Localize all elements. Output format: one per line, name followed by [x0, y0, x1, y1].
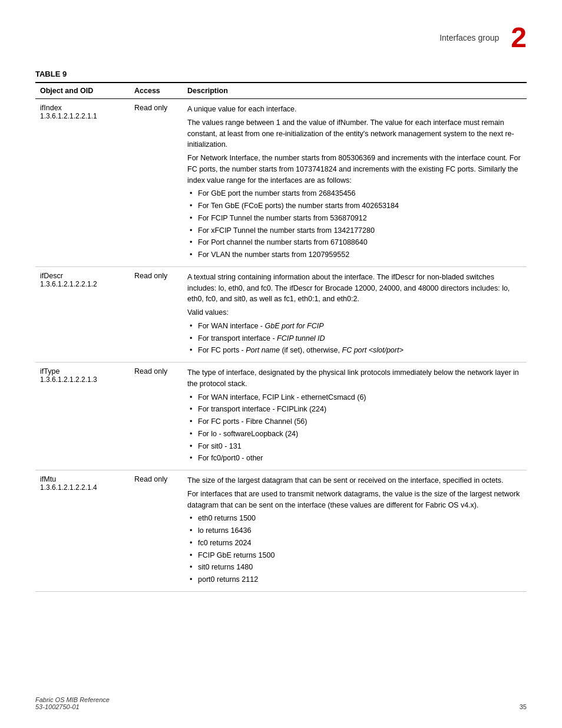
table-label: TABLE 9: [35, 70, 527, 78]
cell-access: Read only: [130, 266, 183, 362]
oid-name: ifMtu: [40, 475, 125, 483]
list-item: sit0 returns 1480: [187, 562, 522, 573]
oid-name: ifDescr: [40, 272, 125, 280]
col-header-oid: Object and OID: [35, 83, 130, 99]
table-row: ifType1.3.6.1.2.1.2.2.1.3Read onlyThe ty…: [35, 363, 527, 470]
footer-doc-number: 53-1002750-01: [35, 703, 110, 710]
oid-value: 1.3.6.1.2.1.2.2.1.1: [40, 112, 125, 120]
list-item: For Ten GbE (FCoE ports) the number star…: [187, 200, 522, 212]
desc-paragraph: The size of the largest datagram that ca…: [187, 475, 522, 486]
footer-doc-title: Fabric OS MIB Reference: [35, 696, 110, 703]
table-row: ifDescr1.3.6.1.2.1.2.2.1.2Read onlyA tex…: [35, 266, 527, 362]
oid-value: 1.3.6.1.2.1.2.2.1.2: [40, 280, 125, 288]
cell-access: Read only: [130, 99, 183, 267]
cell-access: Read only: [130, 363, 183, 470]
cell-oid: ifType1.3.6.1.2.1.2.2.1.3: [35, 363, 130, 470]
cell-oid: ifIndex1.3.6.1.2.1.2.2.1.1: [35, 99, 130, 267]
desc-paragraph: Valid values:: [187, 307, 522, 318]
list-item: For FC ports - Port name (if set), other…: [187, 345, 522, 356]
list-item: For VLAN the number starts from 12079595…: [187, 249, 522, 261]
list-item: For WAN interface - GbE port for FCIP: [187, 321, 522, 332]
footer-left: Fabric OS MIB Reference 53-1002750-01: [35, 696, 110, 710]
oid-value: 1.3.6.1.2.1.2.2.1.3: [40, 375, 125, 384]
desc-paragraph: For Network Interface, the number starts…: [187, 153, 522, 186]
list-item: For Port channel the number starts from …: [187, 237, 522, 248]
desc-paragraph: For interfaces that are used to transmit…: [187, 489, 522, 511]
desc-paragraph: The values range between 1 and the value…: [187, 117, 522, 150]
list-item: For lo - softwareLoopback (24): [187, 429, 522, 440]
desc-paragraph: A textual string containing information …: [187, 272, 522, 305]
cell-description: The size of the largest datagram that ca…: [183, 470, 527, 592]
table-header-row: Object and OID Access Description: [35, 83, 527, 99]
oid-name: ifIndex: [40, 104, 125, 112]
list-item: For FC ports - Fibre Channel (56): [187, 416, 522, 427]
list-item: FCIP GbE returns 1500: [187, 550, 522, 561]
footer-page-number: 35: [520, 703, 527, 710]
bullet-list: For WAN interface - GbE port for FCIPFor…: [187, 321, 522, 356]
cell-description: The type of interface, designated by the…: [183, 363, 527, 470]
table-row: ifMtu1.3.6.1.2.1.2.2.1.4Read onlyThe siz…: [35, 470, 527, 592]
main-table: Object and OID Access Description ifInde…: [35, 82, 527, 592]
list-item: For WAN interface, FCIP Link - ethernetC…: [187, 392, 522, 403]
desc-paragraph: A unique value for each interface.: [187, 104, 522, 115]
list-item: For xFCIP Tunnel the number starts from …: [187, 225, 522, 236]
oid-name: ifType: [40, 367, 125, 375]
list-item: port0 returns 2112: [187, 574, 522, 585]
list-item: For fc0/port0 - other: [187, 453, 522, 464]
page-footer: Fabric OS MIB Reference 53-1002750-01 35: [35, 696, 527, 710]
chapter-number: 2: [511, 24, 527, 52]
cell-oid: ifDescr1.3.6.1.2.1.2.2.1.2: [35, 266, 130, 362]
bullet-list: eth0 returns 1500lo returns 16436fc0 ret…: [187, 513, 522, 585]
cell-description: A textual string containing information …: [183, 266, 527, 362]
oid-value: 1.3.6.1.2.1.2.2.1.4: [40, 483, 125, 492]
list-item: fc0 returns 2024: [187, 538, 522, 549]
list-item: For GbE port the number starts from 2684…: [187, 188, 522, 199]
desc-paragraph: The type of interface, designated by the…: [187, 367, 522, 390]
list-item: For FCIP Tunnel the number starts from 5…: [187, 213, 522, 224]
table-row: ifIndex1.3.6.1.2.1.2.2.1.1Read onlyA uni…: [35, 99, 527, 267]
chapter-title: Interfaces group: [439, 33, 499, 42]
cell-oid: ifMtu1.3.6.1.2.1.2.2.1.4: [35, 470, 130, 592]
list-item: For sit0 - 131: [187, 441, 522, 452]
list-item: lo returns 16436: [187, 525, 522, 536]
cell-access: Read only: [130, 470, 183, 592]
page-header: Interfaces group 2: [35, 24, 527, 52]
list-item: eth0 returns 1500: [187, 513, 522, 524]
bullet-list: For GbE port the number starts from 2684…: [187, 188, 522, 261]
col-header-desc: Description: [183, 83, 527, 99]
list-item: For transport interface - FCIP tunnel ID: [187, 333, 522, 344]
list-item: For transport interface - FCIPLink (224): [187, 404, 522, 415]
bullet-list: For WAN interface, FCIP Link - ethernetC…: [187, 392, 522, 465]
col-header-access: Access: [130, 83, 183, 99]
cell-description: A unique value for each interface.The va…: [183, 99, 527, 267]
